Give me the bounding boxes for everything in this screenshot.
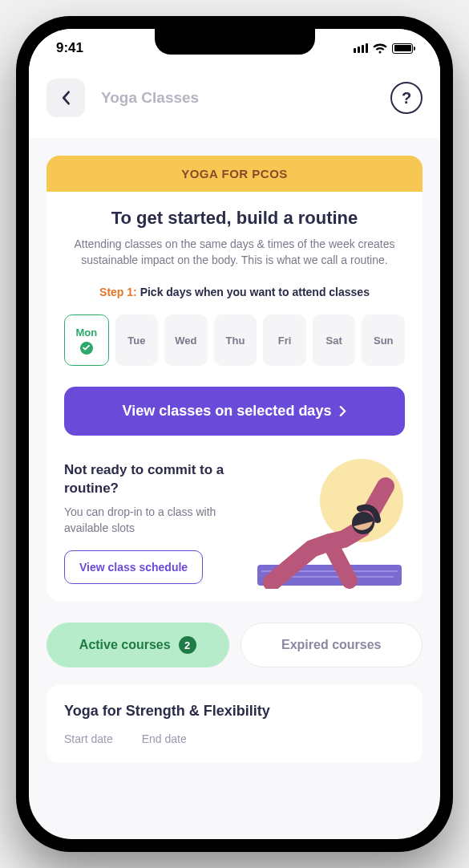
tab-expired-courses[interactable]: Expired courses [241,623,423,667]
notch [155,29,315,55]
view-schedule-button[interactable]: View class schedule [64,550,203,584]
app-header: Yoga Classes ? [29,67,440,138]
help-button[interactable]: ? [390,82,423,114]
question-icon: ? [402,89,411,107]
end-date-label: End date [142,732,187,745]
chevron-right-icon [339,405,346,417]
day-chip-sat[interactable]: Sat [313,314,356,366]
secondary-button-label: View class schedule [79,561,188,574]
day-label: Sat [326,335,342,347]
phone-frame: 9:41 Yoga Classes ? YOGA FOR PCOS To get… [16,16,453,852]
yoga-illustration [249,452,410,589]
screen: 9:41 Yoga Classes ? YOGA FOR PCOS To get… [29,29,440,839]
status-time: 9:41 [56,40,83,56]
day-label: Wed [175,335,196,347]
routine-card: YOGA FOR PCOS To get started, build a ro… [46,156,423,602]
chevron-left-icon [60,91,71,105]
cellular-icon [354,43,368,53]
day-label: Tue [127,335,145,347]
days-row: Mon Tue Wed Thu Fri Sat Sun [64,314,405,366]
day-chip-mon[interactable]: Mon [64,314,109,366]
check-icon [80,342,93,355]
tab-active-courses[interactable]: Active courses 2 [46,623,229,667]
course-tabs: Active courses 2 Expired courses [46,623,423,667]
page-title: Yoga Classes [101,89,374,107]
day-chip-thu[interactable]: Thu [214,314,257,366]
step-line: Step 1: Pick days when you want to atten… [64,286,405,298]
dropin-title: Not ready to commit to a routine? [64,461,249,498]
back-button[interactable] [46,79,85,117]
step-label: Step 1: [99,286,137,298]
day-label: Thu [226,335,245,347]
view-classes-button[interactable]: View classes on selected days [64,387,405,436]
day-chip-fri[interactable]: Fri [263,314,306,366]
day-chip-wed[interactable]: Wed [164,314,208,366]
course-title: Yoga for Strength & Flexibility [64,703,405,720]
day-label: Sun [374,335,394,347]
course-meta: Start date End date [64,732,405,745]
battery-icon [392,43,413,54]
wifi-icon [373,43,387,54]
dropin-section: Not ready to commit to a routine? You ca… [64,461,405,584]
dropin-description: You can drop-in to a class with availabl… [64,505,249,536]
tab-count-badge: 2 [179,636,196,654]
status-indicators [354,43,413,54]
card-title: To get started, build a routine [64,208,405,229]
step-text: Pick days when you want to attend classe… [140,286,370,298]
card-description: Attending classes on the same days & tim… [64,237,405,268]
day-chip-tue[interactable]: Tue [115,314,159,366]
content: YOGA FOR PCOS To get started, build a ro… [29,138,440,781]
course-card[interactable]: Yoga for Strength & Flexibility Start da… [46,685,423,763]
tab-label: Expired courses [281,638,382,652]
primary-button-label: View classes on selected days [123,403,332,420]
day-chip-sun[interactable]: Sun [362,314,405,366]
day-label: Mon [75,327,97,339]
tab-label: Active courses [79,638,171,652]
start-date-label: Start date [64,732,113,745]
day-label: Fri [278,335,292,347]
card-banner: YOGA FOR PCOS [46,156,423,192]
